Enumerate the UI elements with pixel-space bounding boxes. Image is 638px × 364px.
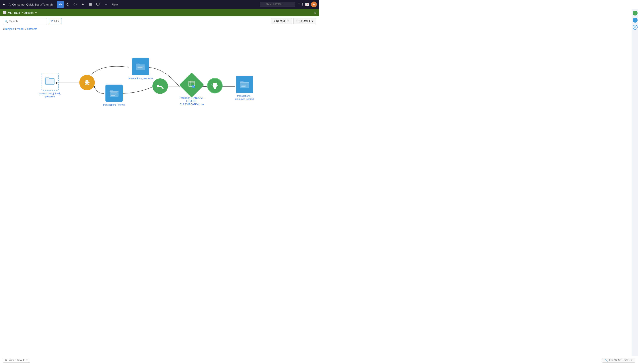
code-nav-btn[interactable] [72,1,79,8]
project-title: AI Consumer Quick Start (Tutorial) [9,3,53,6]
node-prediction-recipe[interactable]: Prediction (RANDOM_FOREST_CLASSIFICATION… [179,75,204,106]
search-icon: 🔍 [5,20,8,23]
datasets-link[interactable]: datasets [27,28,37,30]
project-icon: ⬜ [3,11,7,14]
datasets-count: 3 [25,28,26,30]
node-transactions-unknown-scored[interactable]: transactions_unknown_scored [235,76,254,101]
nav-right-icons: ⠿ ? 📈 [298,3,309,6]
svg-marker-0 [82,3,84,6]
svg-rect-4 [97,3,99,5]
dataset-box-scored [236,76,253,93]
node-transactions-joined-prepared[interactable]: transactions_joined_prepared [39,73,61,98]
svg-rect-2 [89,4,92,5]
flow-canvas: transactions_joined_prepared transaction… [0,32,319,173]
top-navigation: ✦ AI Consumer Quick Start (Tutorial) ···… [0,0,319,9]
avatar[interactable]: A [311,2,317,7]
node-label-unknown-scored: transactions_unknown_scored [235,94,254,101]
toolbar: 🔍 ⧩ All ▼ + RECIPE ▼ + DATASET ▼ [0,16,319,26]
node-model-trophy[interactable] [207,78,223,94]
search-wrapper: 🔍 [260,2,295,7]
monitor-nav-btn[interactable] [94,1,102,8]
grid-icon[interactable]: ⠿ [298,3,300,6]
dataset-folder-icon [45,77,55,86]
dataset-box-unknown [132,58,149,75]
node-label-prediction: Prediction (RANDOM_FOREST_CLASSIFICATION… [179,96,204,106]
prediction-recipe-diamond [179,72,204,98]
search-box: 🔍 [3,18,47,24]
more-nav-btn[interactable]: ··· [102,1,109,8]
nav-right: 🔍 ⠿ ? 📈 A [260,2,317,7]
recipe-dropdown-icon: ▼ [287,20,289,22]
svg-rect-21 [214,88,216,89]
node-split-recipe[interactable] [79,75,95,90]
dataset-dropdown-icon: ▼ [311,20,313,22]
recipes-link[interactable]: recipes [5,28,15,30]
project-bar: ⬜ ML Fraud Prediction ▼ ✕ [0,9,319,16]
logo-icon: ✦ [2,2,6,7]
connections-svg [0,32,319,173]
search-input[interactable] [9,20,45,23]
svg-rect-22 [213,89,216,89]
model-link[interactable]: model [17,28,25,30]
split-recipe-circle [79,75,95,90]
node-transactions-unknown[interactable]: transactions_unknown [129,58,153,80]
svg-line-14 [161,86,163,89]
node-label-transactions-joined: transactions_joined_prepared [39,92,61,98]
help-icon[interactable]: ? [302,3,303,6]
model-count: 1 [15,28,16,30]
project-name: ⬜ ML Fraud Prediction ▼ [3,11,37,14]
play-nav-btn[interactable] [79,1,86,8]
svg-rect-3 [89,5,92,6]
project-name-text: ML Fraud Prediction [8,11,34,14]
node-label-transactions-unknown: transactions_unknown [129,76,153,80]
nav-icons: ··· [57,1,109,8]
refresh-nav-btn[interactable] [64,1,71,8]
svg-rect-15 [157,85,159,86]
dataset-box-known [106,84,123,102]
summary-bar: 3 recipes 1 model 3 datasets [0,26,319,32]
list-nav-btn[interactable] [87,1,94,8]
activity-icon[interactable]: 📈 [305,3,309,6]
flow-nav-btn[interactable] [57,1,64,8]
node-transactions-known[interactable]: transactions_known [103,84,125,106]
train-recipe-circle [152,78,168,94]
filter-dropdown[interactable]: ⧩ All ▼ [49,18,62,24]
flow-section-label: Flow [112,3,118,6]
node-label-transactions-known: transactions_known [103,103,125,106]
toolbar-right: + RECIPE ▼ + DATASET ▼ [271,18,316,24]
svg-rect-1 [89,3,92,4]
project-dropdown-icon[interactable]: ▼ [35,12,37,14]
node-train-recipe[interactable] [152,78,168,94]
add-dataset-button[interactable]: + DATASET ▼ [293,18,316,24]
filter-icon: ⧩ [51,20,53,23]
recipes-count: 3 [3,28,5,30]
close-project-btn[interactable]: ✕ [313,11,316,15]
filter-text: All [54,20,57,23]
dataset-box-dashed [41,73,59,90]
model-trophy-circle [207,78,223,94]
filter-arrow-icon: ▼ [58,20,60,22]
search-dss-input[interactable] [260,2,295,7]
add-recipe-button[interactable]: + RECIPE ▼ [271,18,292,24]
